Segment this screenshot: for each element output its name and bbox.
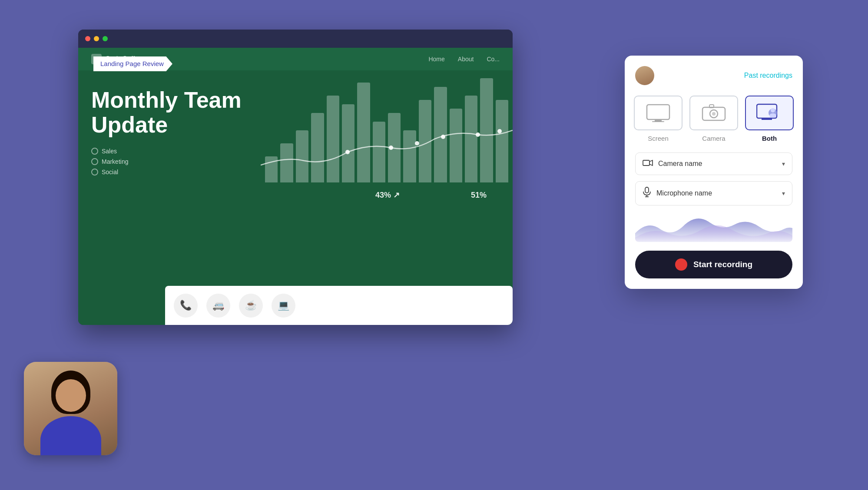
browser-window: ⬡ Curb Coffee Home About Co... Monthly T…	[78, 30, 513, 325]
mode-label-both: Both	[762, 135, 777, 142]
icon-circle-4: 💻	[272, 294, 295, 318]
panel-avatar-inner	[635, 66, 654, 85]
mode-option-camera[interactable]: Camera	[689, 96, 738, 142]
stat-badge-43: 43% ↗	[375, 190, 400, 200]
website-content: ⬡ Curb Coffee Home About Co... Monthly T…	[78, 48, 513, 325]
panel-avatar	[635, 66, 654, 85]
mic-dropdown-chevron[interactable]: ▾	[782, 190, 785, 197]
chart-dot-4	[441, 135, 445, 139]
camera-dropdown-label: Camera name	[658, 160, 777, 168]
icon-circle-3: ☕	[239, 294, 263, 318]
chart-dot-1	[345, 150, 350, 154]
avatar-body	[40, 416, 101, 455]
scene-wrapper: ⬡ Curb Coffee Home About Co... Monthly T…	[0, 0, 868, 490]
avatar-face-skin	[56, 379, 86, 412]
svg-rect-12	[643, 160, 649, 166]
mic-icon	[643, 187, 651, 200]
traffic-light-yellow[interactable]	[94, 36, 99, 41]
list-circle-sales	[91, 148, 98, 155]
svg-point-5	[712, 112, 716, 116]
mode-icon-box-screen[interactable]	[634, 96, 682, 130]
bottom-icons-bar: 📞 🚐 ☕ 💻	[165, 286, 513, 325]
camera-dropdown-icon	[643, 159, 653, 167]
list-circle-marketing	[91, 158, 98, 165]
chart-area: 43% ↗ 51%	[261, 61, 513, 209]
avatar-face	[24, 362, 117, 455]
start-recording-button[interactable]: Start recording	[635, 251, 792, 278]
past-recordings-link[interactable]: Past recordings	[744, 72, 792, 79]
recording-dot	[675, 258, 687, 271]
recording-panel: Past recordings Screen	[625, 56, 803, 289]
chart-dot-5	[476, 132, 480, 137]
stat-arrow-43: ↗	[393, 191, 400, 199]
mode-option-screen[interactable]: Screen	[634, 96, 682, 142]
svg-rect-0	[647, 105, 669, 119]
chart-line-svg	[261, 96, 513, 182]
mode-icon-box-both[interactable]	[745, 96, 794, 130]
chart-dot-6	[497, 129, 502, 133]
mode-label-camera: Camera	[702, 135, 725, 142]
traffic-light-red[interactable]	[85, 36, 90, 41]
panel-header: Past recordings	[635, 66, 792, 85]
list-circle-social	[91, 169, 98, 175]
mode-icon-box-camera[interactable]	[689, 96, 738, 130]
microphone-dropdown[interactable]: Microphone name ▾	[635, 181, 792, 205]
chart-dot-2	[389, 146, 393, 150]
audio-wave	[635, 212, 792, 242]
breadcrumb-text: Landing Page Review	[100, 60, 164, 67]
video-icon	[643, 158, 653, 169]
svg-rect-2	[652, 121, 664, 122]
traffic-light-green[interactable]	[103, 36, 108, 41]
hero-title: Monthly Team Update	[91, 88, 248, 137]
camera-icon	[702, 104, 726, 122]
svg-point-11	[769, 113, 776, 118]
mic-dropdown-label: Microphone name	[656, 189, 777, 197]
audio-wave-svg	[635, 212, 792, 242]
mode-option-both[interactable]: Both	[745, 96, 794, 142]
svg-rect-1	[655, 119, 662, 121]
list-label-marketing: Marketing	[102, 158, 128, 165]
svg-rect-13	[645, 187, 649, 193]
svg-rect-8	[762, 118, 772, 120]
screen-icon	[646, 104, 670, 122]
icon-circle-1: 📞	[174, 294, 198, 318]
user-avatar-card	[24, 362, 117, 455]
svg-point-10	[771, 108, 775, 113]
start-recording-label: Start recording	[693, 260, 752, 269]
browser-titlebar	[78, 30, 513, 48]
chart-dot-3	[415, 141, 419, 146]
mode-label-screen: Screen	[648, 135, 669, 142]
microphone-dropdown-icon	[643, 187, 651, 197]
breadcrumb-tag: Landing Page Review	[93, 56, 172, 71]
list-label-sales: Sales	[102, 148, 117, 155]
camera-dropdown[interactable]: Camera name ▾	[635, 152, 792, 175]
icon-circle-2: 🚐	[206, 294, 230, 318]
list-label-social: Social	[102, 169, 118, 175]
mode-options: Screen Camera	[635, 96, 792, 142]
both-icon	[756, 103, 782, 122]
stat-badge-51: 51%	[471, 191, 487, 200]
camera-dropdown-chevron[interactable]: ▾	[782, 160, 785, 167]
